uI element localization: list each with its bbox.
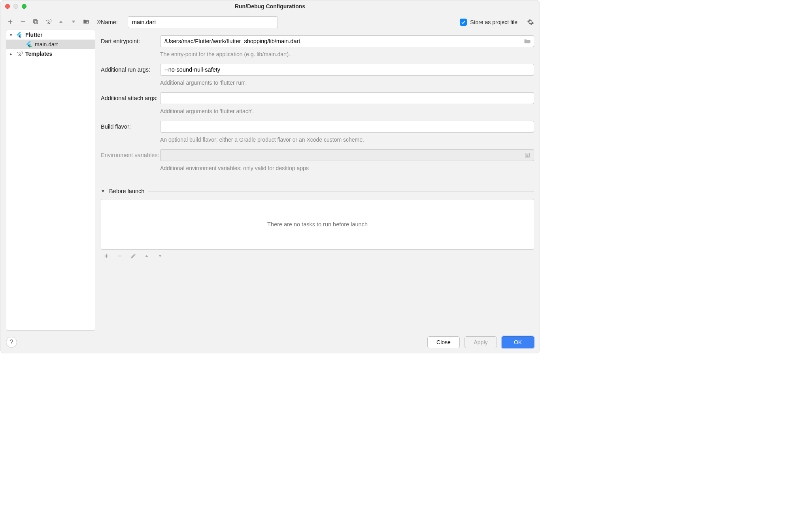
run-args-label: Additional run args: [101, 66, 160, 73]
configuration-form: Name: Store as project file Da [95, 12, 540, 331]
browse-folder-icon[interactable] [524, 38, 531, 44]
checkbox-checked-icon [460, 19, 467, 26]
svg-marker-17 [145, 255, 148, 257]
separator [148, 191, 534, 192]
move-task-down-icon [157, 253, 163, 259]
sidebar-toolbar [6, 16, 95, 27]
svg-rect-3 [34, 21, 38, 24]
build-flavor-label: Build flavor: [101, 123, 160, 130]
run-args-input[interactable] [160, 64, 534, 76]
move-down-icon[interactable] [70, 18, 77, 25]
tree-node-label: main.dart [35, 41, 58, 47]
minimize-window-icon [13, 4, 18, 9]
dart-entrypoint-input[interactable] [160, 35, 534, 47]
env-vars-input [160, 149, 534, 161]
dart-entrypoint-hint: The entry-point for the application (e.g… [101, 51, 534, 57]
apply-button: Apply [465, 336, 497, 348]
tree-node-flutter[interactable]: ▾ Flutter [6, 30, 95, 40]
close-button[interactable]: Close [427, 336, 460, 348]
env-vars-label: Environment variables: [101, 152, 160, 158]
before-launch-list: There are no tasks to run before launch [101, 199, 534, 250]
tree-node-label: Flutter [25, 32, 43, 38]
configuration-tree: ▾ Flutter main.dart ▸ [6, 30, 95, 331]
svg-marker-6 [72, 21, 76, 23]
move-task-up-icon [144, 253, 150, 259]
edit-task-icon [130, 253, 136, 259]
chevron-right-icon: ▸ [9, 51, 13, 57]
before-launch-empty-text: There are no tasks to run before launch [267, 221, 368, 228]
svg-marker-9 [30, 45, 32, 47]
ok-button[interactable]: OK [502, 336, 534, 348]
before-launch-section: ▼ Before launch There are no tasks to ru… [101, 188, 534, 262]
titlebar: Run/Debug Configurations [0, 0, 540, 12]
build-flavor-input[interactable] [160, 121, 534, 133]
remove-configuration-icon[interactable] [19, 18, 26, 25]
window-controls [5, 4, 26, 9]
tree-node-main-dart[interactable]: main.dart [6, 40, 95, 49]
before-launch-label: Before launch [109, 188, 144, 194]
dialog-window: Run/Debug Configurations [0, 0, 540, 353]
remove-task-icon [117, 253, 123, 259]
name-label: Name: [101, 19, 121, 25]
attach-args-hint: Additional arguments to 'flutter attach'… [101, 108, 534, 114]
store-as-project-file-checkbox[interactable]: Store as project file [460, 19, 517, 26]
chevron-down-icon: ▾ [9, 32, 13, 38]
build-flavor-hint: An optional build flavor; either a Gradl… [101, 137, 534, 143]
run-args-hint: Additional arguments to 'flutter run'. [101, 80, 534, 86]
before-launch-header[interactable]: ▼ Before launch [101, 188, 534, 194]
move-up-icon[interactable] [57, 18, 64, 25]
name-input[interactable] [128, 16, 278, 28]
env-vars-hint: Additional environment variables; only v… [101, 165, 534, 171]
tree-node-templates[interactable]: ▸ Templates [6, 49, 95, 59]
dart-entrypoint-label: Dart entrypoint: [101, 38, 160, 44]
zoom-window-icon[interactable] [22, 4, 26, 9]
flutter-run-icon [25, 41, 32, 48]
before-launch-toolbar [101, 250, 534, 262]
attach-args-input[interactable] [160, 92, 534, 104]
svg-marker-5 [59, 21, 63, 23]
svg-rect-4 [34, 20, 37, 23]
dialog-footer: ? Close Apply OK [0, 331, 540, 353]
edit-configuration-icon[interactable] [45, 18, 52, 25]
copy-configuration-icon[interactable] [32, 18, 39, 25]
svg-marker-18 [159, 255, 162, 257]
tree-node-label: Templates [25, 51, 52, 57]
wrench-icon [16, 50, 23, 57]
window-title: Run/Debug Configurations [0, 3, 540, 9]
list-icon[interactable] [524, 152, 531, 158]
sidebar: ▾ Flutter main.dart ▸ [0, 12, 95, 331]
flutter-icon [16, 31, 23, 38]
gear-icon[interactable] [527, 19, 534, 26]
help-button[interactable]: ? [6, 337, 17, 348]
close-window-icon[interactable] [5, 4, 10, 9]
attach-args-label: Additional attach args: [101, 95, 160, 101]
add-task-icon[interactable] [103, 253, 110, 259]
chevron-down-icon: ▼ [101, 189, 105, 193]
store-as-project-file-label: Store as project file [470, 19, 517, 25]
folder-add-icon[interactable] [83, 18, 90, 25]
add-configuration-icon[interactable] [7, 18, 14, 25]
